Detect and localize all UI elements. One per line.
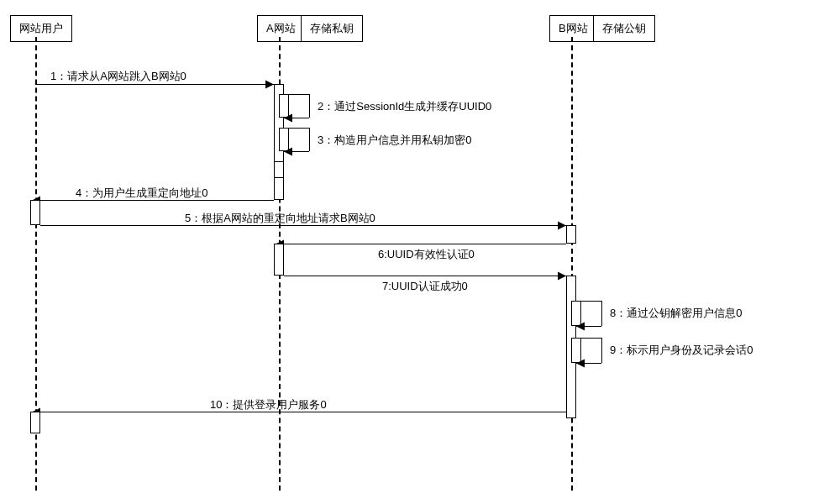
arrow-head-icon (576, 323, 585, 331)
participant-siteb-attach: 存储公钥 (593, 15, 655, 42)
participant-siteb: B网站 (549, 15, 597, 42)
message-label: 2：通过SessionId生成并缓存UUID0 (318, 99, 491, 114)
message-label: 7:UUID认证成功0 (382, 279, 468, 294)
message-label: 4：为用户生成重定向地址0 (76, 186, 207, 201)
arrow-head-icon (558, 222, 566, 230)
attachment-label: 存储公钥 (602, 22, 646, 34)
message-label: 10：提供登录用户服务0 (210, 397, 327, 412)
message-arrow (284, 276, 566, 276)
arrow-head-icon (284, 148, 292, 156)
arrow-head-icon (576, 360, 585, 368)
message-arrow (284, 244, 566, 244)
message-label: 8：通过公钥解密用户信息0 (610, 306, 742, 321)
message-label: 3：构造用户信息并用私钥加密0 (318, 133, 471, 148)
participant-label: A网站 (266, 22, 296, 34)
activation-bar (30, 412, 40, 433)
participant-user: 网站用户 (10, 15, 72, 42)
activation-bar (274, 161, 284, 178)
arrow-head-icon (558, 272, 566, 281)
participant-sitea-attach: 存储私钥 (301, 15, 363, 42)
participant-label: B网站 (559, 22, 588, 34)
activation-bar (30, 200, 40, 225)
participant-sitea: A网站 (257, 15, 305, 42)
attachment-label: 存储私钥 (310, 22, 354, 34)
message-label: 6:UUID有效性认证0 (378, 247, 475, 262)
activation-bar (274, 244, 284, 276)
arrow-head-icon (284, 114, 292, 123)
arrow-head-icon (265, 81, 274, 89)
activation-bar (566, 225, 576, 244)
message-arrow (35, 84, 274, 85)
message-label: 1：请求从A网站跳入B网站0 (50, 69, 186, 84)
message-label: 9：标示用户身份及记录会话0 (610, 343, 753, 358)
participant-label: 网站用户 (19, 22, 63, 34)
message-label: 5：根据A网站的重定向地址请求B网站0 (185, 211, 375, 226)
lifeline-siteb (571, 37, 573, 491)
